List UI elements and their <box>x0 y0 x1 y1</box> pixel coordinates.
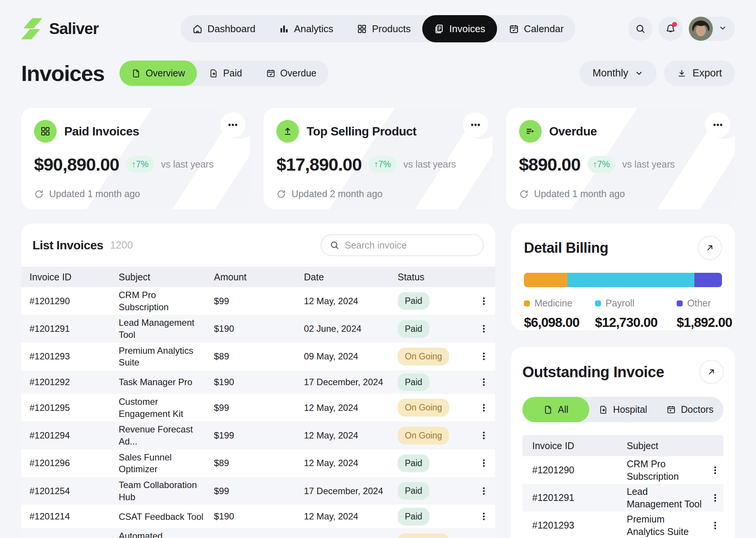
detail-billing-card: Detail Billing Medicine Payroll Other <box>511 224 735 330</box>
title-row: Invoices Overview Paid Overdue Monthly <box>21 61 735 86</box>
list-arrow-icon <box>519 120 542 143</box>
table-row: #1201295Customer Engagement Kit$9912 May… <box>21 394 495 421</box>
main-nav: Dashboard Analytics Products Invoices Ca… <box>181 15 576 42</box>
nav-label: Calendar <box>524 23 564 35</box>
search-invoice-input[interactable] <box>345 240 475 251</box>
legend-label: Payroll <box>606 298 634 309</box>
tab-doctors[interactable]: Doctors <box>657 397 723 422</box>
row-menu-button[interactable] <box>472 296 495 306</box>
brand: Saliver <box>21 17 181 40</box>
arrow-up-right-icon <box>705 243 715 253</box>
nav-item-dashboard[interactable]: Dashboard <box>181 15 267 42</box>
row-menu-button[interactable] <box>472 324 495 334</box>
bar-segment-payroll <box>567 273 694 287</box>
billing-legend: Medicine Payroll Other <box>524 298 722 309</box>
invoice-search <box>321 234 484 256</box>
notification-dot <box>672 22 677 27</box>
col-amount: Amount <box>214 272 304 283</box>
stat-amount: $17,890.00 <box>276 154 361 175</box>
table-row: #1201293Premium Analytics Suite$8909 May… <box>21 343 495 370</box>
row-menu-button[interactable] <box>472 431 495 440</box>
period-value: Monthly <box>592 67 628 79</box>
home-icon <box>192 24 203 34</box>
calendar-icon <box>509 24 519 34</box>
nav-item-calendar[interactable]: Calendar <box>497 15 576 42</box>
row-menu-button[interactable] <box>472 512 495 521</box>
row-menu-button[interactable] <box>707 465 723 475</box>
col-invoice-id: Invoice ID <box>29 272 119 283</box>
legend-label: Other <box>687 298 711 309</box>
compare-label: vs last years <box>403 159 456 170</box>
expand-button[interactable] <box>698 236 722 260</box>
row-menu-button[interactable] <box>472 403 495 413</box>
chevron-down-icon <box>718 23 727 34</box>
page-title: Invoices <box>21 61 104 86</box>
nav-label: Analytics <box>294 23 333 35</box>
export-button[interactable]: Export <box>664 61 735 86</box>
table-row: #1201296Sales Funnel Optimizer$8912 May,… <box>21 449 495 477</box>
row-menu-button[interactable] <box>707 493 723 503</box>
expand-button[interactable] <box>699 360 723 384</box>
legend-dot-medicine <box>524 300 530 306</box>
stat-card-overdue: Overdue $890.00 ↑7% vs last years Update… <box>506 108 735 209</box>
kebab-icon <box>479 431 489 440</box>
row-menu-button[interactable] <box>472 458 495 468</box>
nav-label: Dashboard <box>208 23 256 35</box>
nav-label: Products <box>372 23 411 35</box>
row-menu-button[interactable] <box>707 521 723 530</box>
brand-name: Saliver <box>49 20 99 38</box>
stat-title: Top Selling Product <box>307 124 416 138</box>
outstanding-tabs: All Hospital Doctors <box>522 397 723 422</box>
tab-overdue[interactable]: Overdue <box>254 61 328 86</box>
file-icon <box>132 68 141 78</box>
refresh-icon <box>34 189 44 199</box>
table-row: #1201291Lead Management Tool <box>522 484 723 512</box>
export-label: Export <box>692 67 722 79</box>
nav-item-invoices[interactable]: Invoices <box>422 15 497 42</box>
kebab-icon <box>710 521 720 530</box>
billing-amount-payroll: $12,730.00 <box>595 315 677 330</box>
arrow-up-right-icon <box>706 367 716 377</box>
kebab-icon <box>479 403 489 413</box>
status-badge: On Going <box>398 427 449 445</box>
stats-row: Paid Invoices $90,890.00 ↑7% vs last yea… <box>21 108 735 209</box>
tab-all[interactable]: All <box>522 397 589 422</box>
search-icon <box>330 240 339 250</box>
stat-title: Paid Invoices <box>64 124 139 138</box>
nav-item-products[interactable]: Products <box>345 15 423 42</box>
compare-label: vs last years <box>161 159 214 170</box>
tab-hospital[interactable]: Hospital <box>589 397 656 422</box>
tab-label: Overdue <box>280 68 316 79</box>
status-badge: On Going <box>398 533 449 538</box>
bar-chart-icon <box>279 24 289 34</box>
legend-dot-payroll <box>595 300 601 306</box>
row-menu-button[interactable] <box>472 351 495 361</box>
table-header: Invoice ID Subject <box>522 435 723 456</box>
notifications-button[interactable] <box>658 17 683 41</box>
table-row: #1201292Task Manager Pro$19017 December,… <box>21 370 495 394</box>
nav-item-analytics[interactable]: Analytics <box>267 15 345 42</box>
status-badge: On Going <box>398 399 449 417</box>
stat-amount: $90,890.00 <box>34 154 119 175</box>
grid-icon <box>34 120 57 143</box>
compare-label: vs last years <box>622 159 675 170</box>
user-menu[interactable] <box>689 17 735 41</box>
updated-label: Updated 1 month ago <box>534 188 625 199</box>
status-badge: Paid <box>398 508 429 526</box>
tab-label: Paid <box>223 68 242 79</box>
tab-overview[interactable]: Overview <box>119 61 197 86</box>
file-icon <box>544 405 553 414</box>
row-menu-button[interactable] <box>472 486 495 496</box>
period-select[interactable]: Monthly <box>579 61 657 86</box>
kebab-icon <box>479 324 489 334</box>
status-badge: Paid <box>398 454 429 472</box>
table-row: #1201214CSAT Feedback Tool$19012 May, 20… <box>21 505 495 528</box>
file-arrow-icon <box>599 405 608 414</box>
kebab-icon <box>479 296 489 306</box>
row-menu-button[interactable] <box>472 377 495 387</box>
tab-paid[interactable]: Paid <box>197 61 254 86</box>
top-actions <box>575 17 735 41</box>
list-invoices-card: List Invoices 1200 Invoice ID Subject Am… <box>21 224 495 538</box>
search-button[interactable] <box>628 17 652 41</box>
legend-label: Medicine <box>534 298 572 309</box>
